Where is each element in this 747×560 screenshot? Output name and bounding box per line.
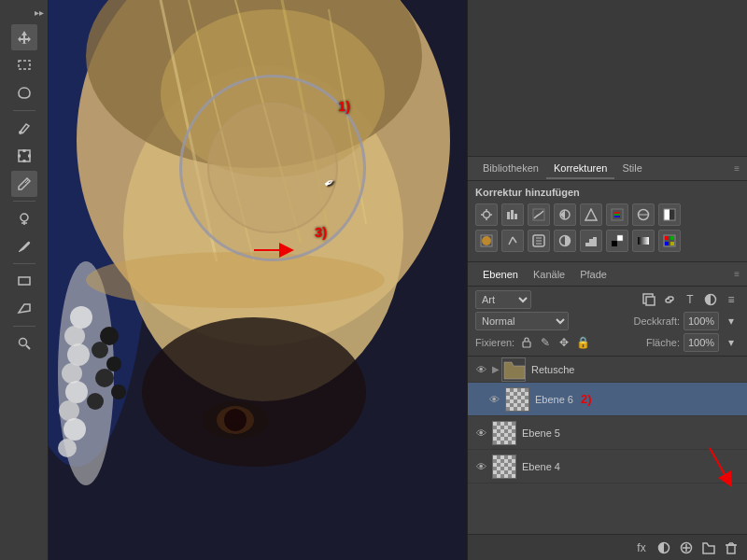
korr-icon-selective-color[interactable]: [658, 230, 681, 252]
eye-retusche[interactable]: 👁: [473, 362, 488, 377]
group-expand-icon[interactable]: ▶: [492, 364, 500, 374]
svg-point-39: [111, 385, 126, 399]
blend-mode-select[interactable]: Normal Multiplizieren Abwedeln: [475, 312, 569, 330]
lock-all-btn[interactable]: 🔒: [574, 334, 591, 351]
korr-icon-posterize[interactable]: [580, 230, 602, 252]
photo-background: ✒ 1) 3): [49, 0, 467, 560]
layer-control-row2: Normal Multiplizieren Abwedeln Deckkraft…: [475, 312, 740, 330]
korr-icon-channel-mixer[interactable]: [501, 230, 524, 252]
move-tool[interactable]: [11, 24, 37, 50]
korr-icon-colorbalance[interactable]: [632, 203, 655, 226]
ebenen-collapse-btn[interactable]: ≡: [734, 269, 740, 279]
lock-transparent-btn[interactable]: [518, 334, 535, 351]
svg-point-2: [19, 131, 22, 134]
layer-fx-icon[interactable]: T: [682, 291, 698, 308]
tab-bibliotheken[interactable]: Bibliotheken: [475, 159, 546, 179]
korr-icon-exposure[interactable]: [554, 203, 576, 226]
korr-icon-colorlookup[interactable]: [528, 230, 550, 252]
layer-panel-menu[interactable]: ≡: [723, 291, 740, 308]
layer-mask-icon[interactable]: [702, 291, 719, 308]
mask-button[interactable]: [655, 539, 672, 556]
lock-icons: ✎ ✥ 🔒: [518, 334, 591, 351]
tab-stile[interactable]: Stile: [614, 159, 649, 179]
svg-point-22: [142, 317, 366, 467]
eye-ebene6[interactable]: 👁: [486, 392, 501, 407]
svg-rect-7: [28, 155, 31, 158]
group-button[interactable]: [700, 539, 717, 556]
svg-point-33: [63, 418, 86, 441]
marquee-tool[interactable]: [11, 52, 37, 78]
fill-input[interactable]: [684, 333, 719, 352]
svg-rect-78: [617, 235, 623, 241]
korr-icon-curves[interactable]: [528, 203, 550, 226]
lock-pixels-btn[interactable]: ✎: [537, 334, 554, 351]
svg-line-15: [26, 345, 30, 349]
korr-icon-levels[interactable]: [501, 203, 524, 226]
stamp-tool[interactable]: [11, 205, 37, 231]
eye-ebene4[interactable]: 👁: [473, 459, 488, 474]
korr-icon-hsl[interactable]: [606, 203, 628, 226]
layer-item-ebene4[interactable]: 👁 Ebene 4: [468, 450, 747, 483]
layer-link-icon[interactable]: [661, 291, 678, 308]
layer-type-select[interactable]: Art: [475, 290, 531, 309]
svg-rect-83: [665, 242, 669, 245]
korr-icon-invert[interactable]: [554, 230, 576, 252]
korr-icon-gradientmap[interactable]: [632, 230, 655, 252]
layer-group-retusche[interactable]: 👁 ▶ Retusche: [468, 357, 747, 383]
adjustment-button[interactable]: [678, 539, 695, 556]
korr-icon-vibrance[interactable]: [580, 203, 602, 226]
svg-rect-86: [646, 297, 655, 305]
layer-control-row1: Art T ≡: [475, 290, 740, 309]
layer-name-ebene6: Ebene 6: [535, 394, 573, 405]
toolbar-collapse-icon[interactable]: ▸▸: [35, 7, 44, 18]
lasso-tool[interactable]: [11, 80, 37, 106]
tab-pfade[interactable]: Pfade: [572, 265, 614, 284]
korr-icon-photo-filter[interactable]: [475, 230, 498, 252]
svg-rect-13: [19, 277, 30, 285]
svg-point-14: [19, 339, 26, 346]
app-container: ▸▸: [0, 0, 747, 560]
eyedropper-tool[interactable]: [11, 171, 37, 197]
lock-position-btn[interactable]: ✥: [556, 334, 572, 351]
layer-create-new-icon[interactable]: [641, 291, 657, 308]
svg-rect-5: [22, 160, 25, 162]
ebenen-tabs: Ebenen Kanäle Pfade ≡: [468, 262, 747, 287]
svg-rect-1: [19, 61, 30, 69]
top-panel-tabs: Bibliotheken Korrekturen Stile ≡: [468, 157, 747, 181]
svg-point-29: [67, 343, 90, 366]
canvas-area[interactable]: ✒ 1) 3): [49, 0, 467, 560]
svg-rect-55: [511, 210, 514, 219]
tab-korrekturen[interactable]: Korrekturen: [546, 159, 614, 179]
pen-tool[interactable]: [11, 233, 37, 259]
shape-tool[interactable]: [11, 268, 37, 294]
korr-icon-bw[interactable]: [658, 203, 681, 226]
eye-ebene5[interactable]: 👁: [473, 426, 488, 441]
tab-kanaele[interactable]: Kanäle: [526, 265, 572, 284]
eraser-tool[interactable]: [11, 296, 37, 322]
svg-rect-88: [523, 342, 530, 347]
svg-rect-6: [18, 155, 21, 158]
layer-item-ebene6[interactable]: 👁 Ebene 6 2): [468, 383, 747, 416]
delete-button[interactable]: [723, 539, 740, 556]
layer-thumb-ebene6: [505, 387, 529, 412]
opacity-dropdown[interactable]: ▾: [723, 313, 740, 329]
korr-icon-threshold[interactable]: [606, 230, 628, 252]
annotation-label-2: 2): [581, 392, 592, 406]
svg-rect-65: [664, 209, 669, 220]
panel-top-empty: [468, 0, 747, 157]
svg-marker-0: [18, 31, 31, 44]
transform-tool[interactable]: [11, 143, 37, 169]
layer-thumb-ebene5: [492, 421, 516, 445]
panel-collapse-btn[interactable]: ≡: [734, 163, 740, 174]
korr-icon-brightness[interactable]: [475, 203, 498, 226]
brush-tool[interactable]: [11, 115, 37, 141]
zoom-tool[interactable]: [11, 330, 37, 357]
fx-button[interactable]: fx: [633, 539, 650, 556]
layer-name-ebene5: Ebene 5: [522, 427, 560, 439]
layer-item-ebene5[interactable]: 👁 Ebene 5: [468, 416, 747, 450]
fill-dropdown[interactable]: ▾: [723, 334, 740, 351]
tab-ebenen[interactable]: Ebenen: [475, 265, 526, 284]
svg-point-32: [59, 400, 79, 421]
layer-thumb-ebene4: [492, 455, 516, 479]
opacity-input[interactable]: [684, 312, 719, 330]
